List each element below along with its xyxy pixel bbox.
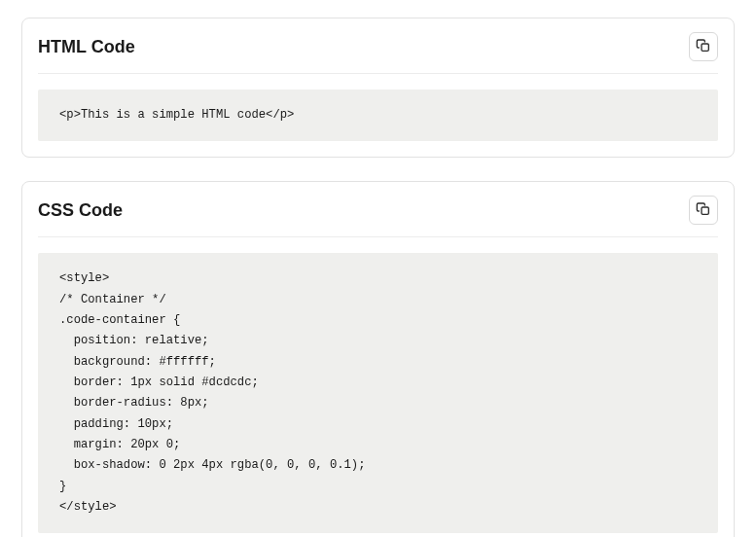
css-code-card: CSS Code <style> /* Container */ .code-c… [21,181,735,537]
copy-button[interactable] [689,32,718,61]
card-title: CSS Code [38,200,123,221]
card-header: CSS Code [38,196,718,237]
code-block: <p>This is a simple HTML code</p> [38,90,718,141]
svg-rect-0 [702,44,708,51]
copy-icon [696,38,711,56]
code-block: <style> /* Container */ .code-container … [38,253,718,533]
copy-button[interactable] [689,196,718,225]
card-header: HTML Code [38,32,718,74]
copy-icon [696,201,711,220]
card-title: HTML Code [38,37,135,57]
html-code-card: HTML Code <p>This is a simple HTML code<… [21,18,735,158]
svg-rect-1 [702,207,708,214]
